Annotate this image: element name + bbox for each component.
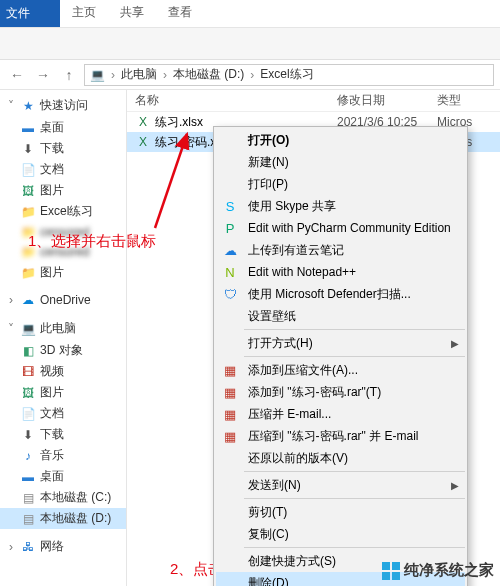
file-tab[interactable]: 文件: [0, 0, 60, 27]
nav-forward-button[interactable]: →: [32, 64, 54, 86]
blank-icon: [220, 334, 240, 352]
sidebar-item[interactable]: 🖼图片: [0, 382, 126, 403]
sidebar-item[interactable]: 📄文档: [0, 403, 126, 424]
column-type[interactable]: 类型: [437, 92, 487, 109]
folder-icon: 📁: [20, 204, 36, 220]
context-menu-item[interactable]: ▦压缩并 E-mail...: [216, 403, 465, 425]
sidebar-item[interactable]: 🖼图片: [0, 180, 126, 201]
doc-icon: 📄: [20, 162, 36, 178]
sidebar-item[interactable]: ▬桌面: [0, 466, 126, 487]
context-menu-item[interactable]: 新建(N): [216, 151, 465, 173]
context-menu-label: 打开(O): [248, 132, 459, 149]
sidebar-item[interactable]: ⬇下载: [0, 424, 126, 445]
blank-icon: [220, 307, 240, 325]
pic-icon: 🖼: [20, 183, 36, 199]
context-menu-label: 压缩到 "练习-密码.rar" 并 E-mail: [248, 428, 459, 445]
context-menu-label: 剪切(T): [248, 504, 459, 521]
context-menu: 打开(O)新建(N)打印(P)S使用 Skype 共享PEdit with Py…: [213, 126, 468, 586]
sidebar-item-label: 音乐: [40, 447, 64, 464]
sidebar-onedrive[interactable]: › ☁ OneDrive: [0, 289, 126, 311]
sidebar-quick-access[interactable]: ˅ ★ 快速访问: [0, 94, 126, 117]
crumb-folder[interactable]: Excel练习: [260, 66, 313, 83]
address-bar: ← → ↑ 💻 › 此电脑 › 本地磁盘 (D:) › Excel练习: [0, 60, 500, 90]
context-menu-item[interactable]: ☁上传到有道云笔记: [216, 239, 465, 261]
sidebar-label: OneDrive: [40, 293, 91, 307]
context-menu-item[interactable]: 复制(C): [216, 523, 465, 545]
sidebar-item[interactable]: 🎞视频: [0, 361, 126, 382]
ribbon-tabs: 主页 共享 查看: [60, 0, 204, 27]
network-icon: 🖧: [20, 539, 36, 555]
rar-icon: ▦: [220, 383, 240, 401]
crumb-pc[interactable]: 此电脑: [121, 66, 157, 83]
sidebar-item[interactable]: ▤本地磁盘 (D:): [0, 508, 126, 529]
sidebar-item[interactable]: ▬桌面: [0, 117, 126, 138]
desktop-icon: ▬: [20, 120, 36, 136]
sidebar-network[interactable]: › 🖧 网络: [0, 535, 126, 558]
context-menu-label: 还原以前的版本(V): [248, 450, 459, 467]
context-menu-item[interactable]: 打开方式(H)▶: [216, 332, 465, 354]
tab-view[interactable]: 查看: [156, 0, 204, 27]
rar-icon: ▦: [220, 361, 240, 379]
context-menu-label: Edit with Notepad++: [248, 265, 459, 279]
sidebar-item-label: 图片: [40, 264, 64, 281]
blank-icon: [220, 175, 240, 193]
context-menu-label: 使用 Microsoft Defender扫描...: [248, 286, 459, 303]
blank-icon: [220, 525, 240, 543]
sidebar-item[interactable]: ◧3D 对象: [0, 340, 126, 361]
nav-up-button[interactable]: ↑: [58, 64, 80, 86]
sidebar-item[interactable]: 📁图片: [0, 262, 126, 283]
column-name[interactable]: 名称: [127, 92, 337, 109]
context-menu-item[interactable]: 发送到(N)▶: [216, 474, 465, 496]
context-menu-label: Edit with PyCharm Community Edition: [248, 221, 459, 235]
context-menu-item[interactable]: ▦压缩到 "练习-密码.rar" 并 E-mail: [216, 425, 465, 447]
context-menu-item[interactable]: 设置壁纸: [216, 305, 465, 327]
pic-icon: 🖼: [20, 385, 36, 401]
tab-share[interactable]: 共享: [108, 0, 156, 27]
context-menu-item[interactable]: 还原以前的版本(V): [216, 447, 465, 469]
context-menu-item[interactable]: ▦添加到 "练习-密码.rar"(T): [216, 381, 465, 403]
tab-home[interactable]: 主页: [60, 0, 108, 27]
sidebar-item[interactable]: ♪音乐: [0, 445, 126, 466]
sidebar-item[interactable]: 📄文档: [0, 159, 126, 180]
sidebar-label: 快速访问: [40, 97, 88, 114]
breadcrumb[interactable]: 💻 › 此电脑 › 本地磁盘 (D:) › Excel练习: [84, 64, 494, 86]
context-menu-label: 新建(N): [248, 154, 459, 171]
sidebar-item-label: 本地磁盘 (D:): [40, 510, 111, 527]
blank-icon: [220, 476, 240, 494]
sidebar-item-label: 本地磁盘 (C:): [40, 489, 111, 506]
download-icon: ⬇: [20, 141, 36, 157]
context-menu-item[interactable]: ▦添加到压缩文件(A)...: [216, 359, 465, 381]
disk-icon: ▤: [20, 490, 36, 506]
onedrive-icon: ☁: [20, 292, 36, 308]
sidebar-item-label: 图片: [40, 182, 64, 199]
context-menu-item[interactable]: 剪切(T): [216, 501, 465, 523]
disk-icon: ▤: [20, 511, 36, 527]
context-menu-label: 添加到压缩文件(A)...: [248, 362, 459, 379]
context-menu-label: 上传到有道云笔记: [248, 242, 459, 259]
crumb-sep: ›: [163, 68, 167, 82]
column-date[interactable]: 修改日期: [337, 92, 437, 109]
download-icon: ⬇: [20, 427, 36, 443]
context-menu-item[interactable]: NEdit with Notepad++: [216, 261, 465, 283]
sidebar-item[interactable]: ⬇下载: [0, 138, 126, 159]
sidebar-label: 网络: [40, 538, 64, 555]
sidebar-item-label: 3D 对象: [40, 342, 83, 359]
nav-back-button[interactable]: ←: [6, 64, 28, 86]
context-menu-label: 设置壁纸: [248, 308, 459, 325]
context-menu-item[interactable]: 打印(P): [216, 173, 465, 195]
annotation-1: 1、选择并右击鼠标: [28, 232, 156, 251]
sidebar-item[interactable]: 📁Excel练习: [0, 201, 126, 222]
xlsx-icon: X: [135, 114, 151, 130]
sidebar-this-pc[interactable]: ˅ 💻 此电脑: [0, 317, 126, 340]
context-menu-item[interactable]: 🛡使用 Microsoft Defender扫描...: [216, 283, 465, 305]
context-menu-item[interactable]: PEdit with PyCharm Community Edition: [216, 217, 465, 239]
sidebar-label: 此电脑: [40, 320, 76, 337]
youdao-icon: ☁: [220, 241, 240, 259]
crumb-drive[interactable]: 本地磁盘 (D:): [173, 66, 244, 83]
context-menu-item[interactable]: 打开(O): [216, 129, 465, 151]
chevron-down-icon: ˅: [6, 322, 16, 336]
sidebar-item[interactable]: ▤本地磁盘 (C:): [0, 487, 126, 508]
context-menu-item[interactable]: S使用 Skype 共享: [216, 195, 465, 217]
file-list-header[interactable]: 名称 修改日期 类型: [127, 90, 500, 112]
context-menu-separator: [244, 471, 465, 472]
